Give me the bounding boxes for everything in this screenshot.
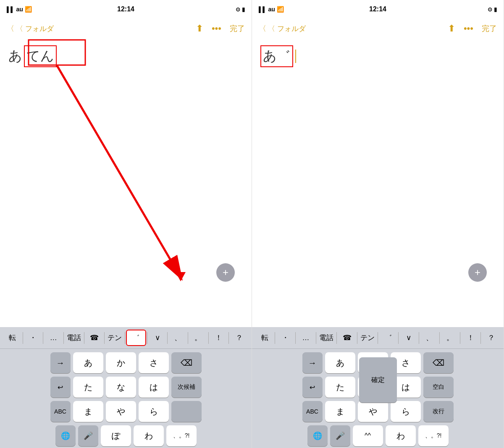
- note-text-left: あ てん: [8, 45, 243, 67]
- pred-exclaim-left[interactable]: ！: [210, 330, 228, 345]
- key-kakunin-left[interactable]: [171, 401, 202, 422]
- more-button-left[interactable]: •••: [212, 23, 221, 34]
- signal-icon-left: ▌▌: [7, 6, 14, 13]
- key-row1-left: → あ か さ ⌫: [2, 352, 250, 373]
- key-globe-right[interactable]: 🌐: [307, 425, 328, 446]
- note-highlighted-left: てん: [24, 45, 57, 67]
- keyboard-left: 転 ・ … 電話 ☎ テン ゛ ∨ 、 。 ！ ？: [0, 327, 252, 448]
- note-content-right[interactable]: あ゛: [252, 39, 504, 327]
- pred-chevron-right[interactable]: ∨: [399, 331, 418, 345]
- done-button-right[interactable]: 完了: [482, 24, 497, 34]
- pred-転-left[interactable]: 転: [3, 330, 22, 345]
- key-return-left[interactable]: ↩: [50, 377, 71, 398]
- prediction-bar-right[interactable]: 転 ・ … 電話 ☎ テン ゛ ∨ 、 。 ！ ？: [252, 327, 504, 349]
- key-sa-left[interactable]: さ: [139, 352, 169, 373]
- key-arrow-right[interactable]: →: [302, 352, 323, 373]
- key-delete-left[interactable]: ⌫: [171, 352, 202, 373]
- back-button-right[interactable]: 〈 〈 フォルダ: [259, 24, 306, 34]
- key-wa-right[interactable]: わ: [386, 425, 416, 446]
- key-abc-left[interactable]: ABC: [50, 401, 71, 422]
- nav-bar-left: 〈 〈 フォルダ ⬆ ••• 完了: [0, 18, 252, 39]
- pred-dot-right[interactable]: ・: [276, 330, 294, 345]
- key-arrow-left[interactable]: →: [50, 352, 71, 373]
- pred-question-right[interactable]: ？: [482, 330, 500, 345]
- key-punct-left[interactable]: 、。?!: [166, 425, 197, 446]
- key-ya-left[interactable]: や: [106, 401, 136, 422]
- share-button-left[interactable]: ⬆: [196, 23, 203, 34]
- more-button-right[interactable]: •••: [464, 23, 473, 34]
- pred-phone-icon-left[interactable]: ☎: [85, 331, 104, 345]
- nav-bar-right: 〈 〈 フォルダ ⬆ ••• 完了: [252, 18, 504, 39]
- status-bar-left: ▌▌ au 📶 12:14 ⊙ ▮: [0, 0, 252, 18]
- key-candidates-left[interactable]: 次候補: [171, 377, 202, 398]
- note-content-left[interactable]: あ てん: [0, 39, 252, 327]
- key-space-right[interactable]: 空白: [423, 377, 454, 398]
- pred-comma-left[interactable]: 、: [168, 330, 187, 345]
- key-row2-left: ↩ た な は 次候補: [2, 377, 250, 398]
- key-a-right[interactable]: あ: [325, 352, 355, 373]
- keyboard-right: 転 ・ … 電話 ☎ テン ゛ ∨ 、 。 ！ ？: [252, 327, 504, 448]
- key-ma-right[interactable]: ま: [325, 401, 355, 422]
- note-text-right: あ゛: [260, 45, 495, 67]
- pred-ten-right[interactable]: テン: [358, 330, 377, 345]
- key-ha-left[interactable]: は: [139, 377, 169, 398]
- location-icon-left: ⊙: [236, 6, 240, 13]
- key-punct-right[interactable]: 、。?!: [418, 425, 449, 446]
- pred-phone-icon-right[interactable]: ☎: [338, 331, 356, 345]
- key-mic-right[interactable]: 🎤: [330, 425, 350, 446]
- pred-転-right[interactable]: 転: [255, 330, 274, 345]
- time-left: 12:14: [117, 5, 134, 13]
- pred-comma-right[interactable]: 、: [420, 330, 438, 345]
- kakunin-label: 確定: [371, 376, 385, 385]
- pred-chevron-left[interactable]: ∨: [148, 331, 167, 345]
- right-panel: ▌▌ au 📶 12:14 ⊙ ▮ 〈 〈 フォルダ ⬆ ••• 完了 あ゛ +: [252, 0, 504, 448]
- back-button-left[interactable]: 〈 〈 フォルダ: [7, 24, 54, 34]
- pred-ellipsis-right[interactable]: …: [297, 331, 315, 345]
- key-a-left[interactable]: あ: [73, 352, 103, 373]
- key-kakunin-overlay[interactable]: 確定: [359, 357, 397, 403]
- pred-ellipsis-left[interactable]: …: [44, 331, 63, 345]
- key-row3-right: ABC ま や ら 改行: [254, 401, 502, 422]
- key-mic-left[interactable]: 🎤: [78, 425, 98, 446]
- key-return-right[interactable]: ↩: [302, 377, 323, 398]
- key-ra-right[interactable]: ら: [391, 401, 421, 422]
- key-po-left[interactable]: ぽ: [101, 425, 131, 446]
- key-row4-right: 🌐 🎤 ^^ わ 、。?!: [254, 425, 502, 446]
- key-ra-left[interactable]: ら: [139, 401, 169, 422]
- prediction-bar-left[interactable]: 転 ・ … 電話 ☎ テン ゛ ∨ 、 。 ！ ？: [0, 327, 252, 349]
- cursor-right: [295, 50, 296, 63]
- location-icon-right: ⊙: [488, 6, 492, 13]
- key-ka-left[interactable]: か: [106, 352, 136, 373]
- note-highlighted-right: あ゛: [260, 45, 293, 67]
- keyboard-rows-left: → あ か さ ⌫ ↩ た な は 次候補 ABC ま や ら: [0, 349, 252, 448]
- key-ta-right[interactable]: た: [325, 377, 355, 398]
- key-na-left[interactable]: な: [106, 377, 136, 398]
- pred-phone-left[interactable]: 電話: [65, 330, 83, 345]
- battery-icon-right: ▮: [494, 6, 497, 13]
- pred-question-left[interactable]: ？: [230, 330, 248, 345]
- pred-period-right[interactable]: 。: [441, 330, 459, 345]
- key-ma-left[interactable]: ま: [73, 401, 103, 422]
- key-kaigyou-right[interactable]: 改行: [423, 401, 454, 422]
- wifi-icon-left: 📶: [25, 6, 32, 13]
- pred-exclaim-right[interactable]: ！: [461, 330, 480, 345]
- key-abc-right[interactable]: ABC: [302, 401, 323, 422]
- pred-period-left[interactable]: 。: [189, 330, 207, 345]
- key-ya-right[interactable]: や: [358, 401, 388, 422]
- pred-dakuten-left[interactable]: ゛: [126, 330, 146, 346]
- pred-dot-left[interactable]: ・: [24, 330, 42, 345]
- note-char-a-left: あ: [8, 47, 22, 65]
- key-hat-right[interactable]: ^^: [353, 425, 383, 446]
- pred-ten-left[interactable]: テン: [105, 330, 124, 345]
- key-ta-left[interactable]: た: [73, 377, 103, 398]
- key-wa-left[interactable]: わ: [134, 425, 164, 446]
- done-button-left[interactable]: 完了: [230, 24, 245, 34]
- pred-dakuten-right[interactable]: ゛: [379, 330, 397, 345]
- pred-phone-right[interactable]: 電話: [317, 330, 336, 345]
- share-button-right[interactable]: ⬆: [448, 23, 455, 34]
- key-row3-left: ABC ま や ら: [2, 401, 250, 422]
- key-globe-left[interactable]: 🌐: [55, 425, 76, 446]
- status-bar-right: ▌▌ au 📶 12:14 ⊙ ▮: [252, 0, 504, 18]
- key-delete-right[interactable]: ⌫: [423, 352, 454, 373]
- battery-icon-left: ▮: [242, 6, 245, 13]
